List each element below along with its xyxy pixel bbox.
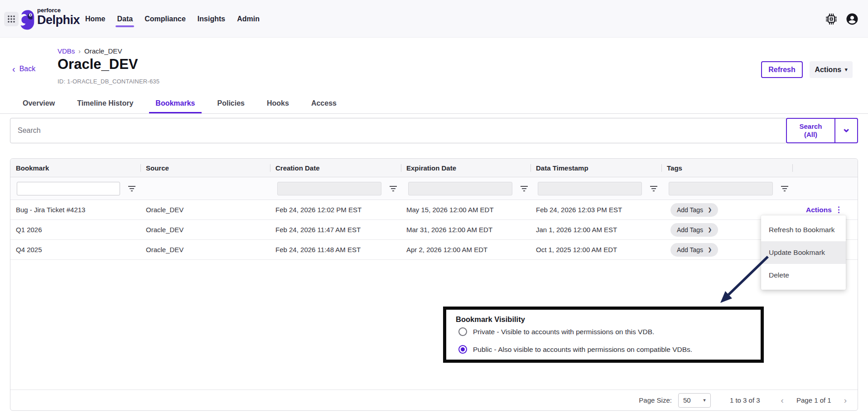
next-page-icon[interactable]: ›: [844, 395, 847, 405]
top-nav: perforce Delphix Home Data Compliance In…: [0, 0, 868, 38]
primary-nav: Home Data Compliance Insights Admin: [85, 0, 271, 38]
entity-id: ID: 1-ORACLE_DB_CONTAINER-635: [58, 78, 159, 85]
refresh-button[interactable]: Refresh: [761, 61, 803, 78]
table-header-row: Bookmark Source Creation Date Expiration…: [10, 159, 858, 177]
actions-filter-cell: [792, 177, 858, 200]
menu-item-delete[interactable]: Delete: [761, 264, 846, 287]
page-size-label: Page Size:: [639, 396, 672, 404]
chevron-right-icon: ❯: [708, 247, 712, 253]
visibility-option-public[interactable]: Public - Also visible to accounts with p…: [456, 345, 761, 354]
system-chip-icon[interactable]: [825, 13, 837, 25]
radio-selected-icon[interactable]: [458, 345, 467, 354]
tab-overview[interactable]: Overview: [16, 94, 61, 113]
tab-policies[interactable]: Policies: [211, 94, 251, 113]
table-row: Bug - Jira Ticket #4213 Oracle_DEV Feb 2…: [10, 200, 858, 220]
cell-bookmark: Q1 2026: [10, 220, 140, 239]
back-link[interactable]: ‹ Back: [12, 65, 35, 73]
back-chevron-icon: ‹: [12, 65, 15, 73]
page-actions-label: Actions: [815, 66, 841, 74]
tab-bookmarks[interactable]: Bookmarks: [149, 94, 201, 113]
visibility-option-private[interactable]: Private - Visible to accounts with permi…: [456, 327, 761, 336]
search-button-group: Search (All) ⌄: [786, 118, 858, 143]
nav-item-data[interactable]: Data: [117, 15, 133, 23]
cell-expiration-date: Mar 31, 2026 12:00 AM EDT: [401, 220, 530, 239]
column-header-bookmark: Bookmark: [10, 159, 140, 177]
cell-source: Oracle_DEV: [140, 220, 270, 239]
add-tags-button[interactable]: Add Tags ❯: [670, 203, 718, 217]
cell-creation-date: Feb 24, 2026 11:47 AM EST: [270, 220, 401, 239]
grid-icon: [7, 15, 16, 24]
column-header-actions: [792, 159, 858, 177]
add-tags-button[interactable]: Add Tags ❯: [670, 243, 718, 257]
cell-creation-date: Feb 24, 2026 12:02 PM EST: [270, 200, 401, 219]
chevron-right-icon: ❯: [708, 227, 712, 233]
search-bar: Search (All) ⌄: [10, 118, 858, 143]
breadcrumb-vdbs-link[interactable]: VDBs: [58, 47, 75, 55]
radio-unselected-icon[interactable]: [458, 327, 467, 336]
tab-hooks[interactable]: Hooks: [260, 94, 295, 113]
nav-item-admin[interactable]: Admin: [237, 15, 260, 23]
bookmark-visibility-title: Bookmark Visibility: [456, 315, 761, 324]
brand-delphix: Delphix: [37, 14, 80, 26]
table-row: Q1 2026 Oracle_DEV Feb 24, 2026 11:47 AM…: [10, 220, 858, 240]
delphix-logo-icon: [19, 9, 35, 30]
filter-icon[interactable]: [128, 185, 136, 192]
chevron-right-icon: ❯: [708, 207, 712, 213]
filter-icon[interactable]: [389, 185, 397, 192]
source-filter-cell: [140, 177, 270, 200]
breadcrumb-current: Oracle_DEV: [84, 47, 122, 55]
brand-text: perforce Delphix: [37, 7, 80, 26]
cell-expiration-date: Apr 2, 2026 12:00 AM EDT: [401, 240, 530, 259]
column-header-data-timestamp: Data Timestamp: [530, 159, 661, 177]
filter-icon[interactable]: [650, 185, 658, 192]
app-launcher-button[interactable]: [4, 12, 19, 26]
search-scope-dropdown[interactable]: ⌄: [834, 119, 857, 142]
page-size-value: 50: [683, 396, 691, 404]
bookmark-filter-input[interactable]: [17, 182, 120, 195]
expiration-date-filter-input: [408, 182, 512, 195]
cell-source: Oracle_DEV: [140, 200, 270, 219]
tab-bar: Overview Timeline History Bookmarks Poli…: [0, 94, 868, 114]
nav-item-home[interactable]: Home: [85, 15, 105, 23]
add-tags-button[interactable]: Add Tags ❯: [670, 223, 718, 237]
creation-date-filter-input: [277, 182, 381, 195]
breadcrumb: VDBs › Oracle_DEV: [58, 47, 122, 55]
menu-item-update-bookmark[interactable]: Update Bookmark: [761, 241, 846, 264]
delphix-data-page: perforce Delphix Home Data Compliance In…: [0, 0, 868, 414]
table-row: Q4 2025 Oracle_DEV Feb 24, 2026 11:48 AM…: [10, 240, 858, 260]
tab-timeline-history[interactable]: Timeline History: [71, 94, 140, 113]
page-size-select[interactable]: 50 ▾: [678, 393, 711, 408]
bookmarks-table: Bookmark Source Creation Date Expiration…: [10, 158, 858, 411]
cell-source: Oracle_DEV: [140, 240, 270, 259]
caret-down-icon: ▾: [703, 397, 706, 403]
filter-icon[interactable]: [520, 185, 528, 192]
tags-filter-input: [669, 182, 773, 195]
cell-bookmark: Q4 2025: [10, 240, 140, 259]
cell-creation-date: Feb 24, 2026 11:48 AM EST: [270, 240, 401, 259]
pagination-bar: Page Size: 50 ▾ 1 to 3 of 3 ‹ Page 1 of …: [10, 390, 858, 410]
tab-access[interactable]: Access: [305, 94, 343, 113]
page-actions-button[interactable]: Actions ▾: [810, 61, 853, 78]
row-actions-link[interactable]: Actions: [806, 206, 832, 214]
column-header-expiration-date: Expiration Date: [401, 159, 530, 177]
cell-expiration-date: May 15, 2026 12:00 AM EDT: [401, 200, 530, 219]
bookmark-visibility-panel: Bookmark Visibility Private - Visible to…: [443, 307, 764, 363]
column-header-tags: Tags: [661, 159, 792, 177]
previous-page-icon[interactable]: ‹: [781, 395, 784, 405]
page-indicator: Page 1 of 1: [796, 396, 831, 404]
caret-down-icon: ▾: [845, 67, 848, 73]
search-all-button[interactable]: Search (All): [787, 119, 834, 142]
back-label: Back: [19, 65, 36, 73]
kebab-menu-icon[interactable]: ⋮: [835, 205, 843, 214]
nav-utilities: [825, 0, 859, 38]
search-input[interactable]: [10, 118, 787, 143]
brand-logo[interactable]: perforce Delphix: [19, 7, 80, 30]
nav-item-insights[interactable]: Insights: [198, 15, 225, 23]
column-header-creation-date: Creation Date: [270, 159, 401, 177]
account-avatar-icon[interactable]: [845, 12, 859, 26]
data-timestamp-filter-input: [538, 182, 642, 195]
cell-data-timestamp: Jan 1, 2026 12:00 AM EST: [530, 220, 661, 239]
menu-item-refresh-to-bookmark[interactable]: Refresh to Bookmark: [761, 219, 846, 241]
filter-icon[interactable]: [781, 185, 789, 192]
nav-item-compliance[interactable]: Compliance: [145, 15, 186, 23]
